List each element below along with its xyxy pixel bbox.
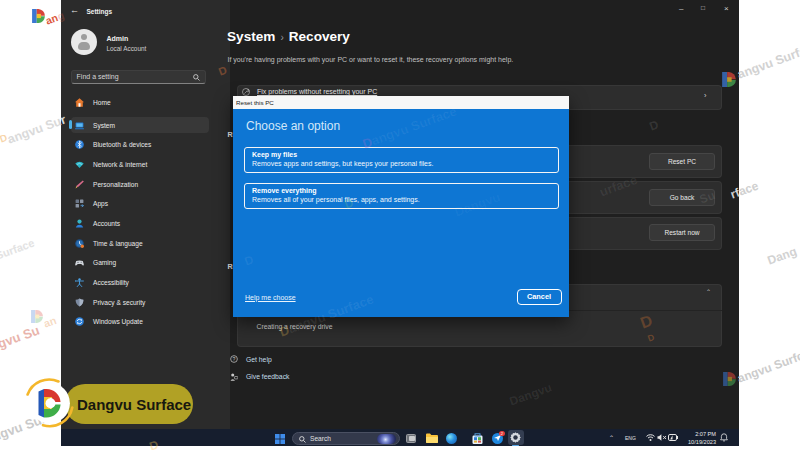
svg-text:?: ?: [232, 356, 235, 362]
